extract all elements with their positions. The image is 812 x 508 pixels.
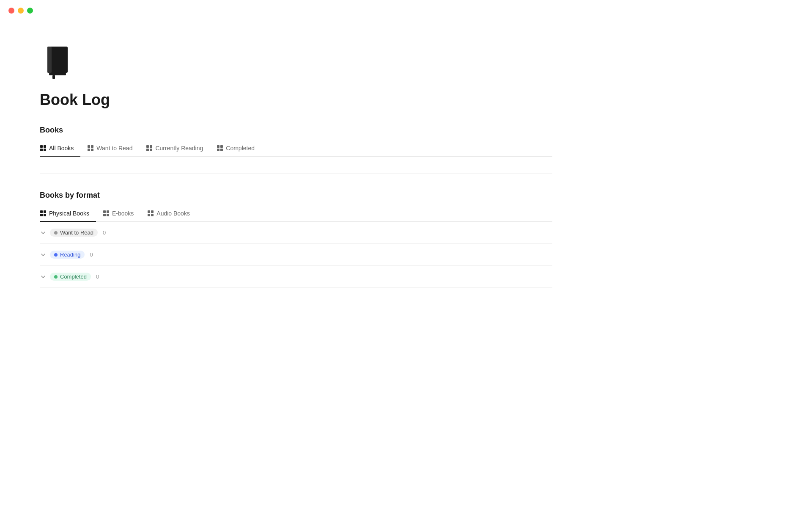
svg-rect-4	[52, 75, 55, 79]
svg-rect-17	[217, 145, 219, 148]
svg-rect-27	[103, 214, 106, 216]
svg-rect-16	[150, 149, 152, 151]
status-badge-reading: Reading	[50, 251, 85, 259]
books-tabs: All Books Want to Read Currently	[40, 141, 552, 157]
status-badge-completed: Completed	[50, 273, 91, 281]
svg-rect-18	[220, 145, 223, 148]
minimize-button[interactable]	[18, 8, 24, 14]
svg-rect-7	[40, 149, 43, 151]
grid-icon	[103, 210, 110, 217]
svg-rect-31	[148, 214, 150, 216]
status-dot-completed	[54, 275, 58, 279]
svg-rect-32	[151, 214, 154, 216]
grid-icon	[147, 210, 154, 217]
svg-rect-13	[146, 145, 149, 148]
svg-rect-24	[44, 214, 46, 216]
page-icon	[40, 42, 552, 82]
svg-rect-15	[146, 149, 149, 151]
group-count-completed: 0	[96, 273, 99, 280]
group-row-want-to-read[interactable]: Want to Read 0	[40, 222, 552, 244]
status-dot-want-to-read	[54, 231, 58, 235]
close-button[interactable]	[8, 8, 14, 14]
tab-audio-books[interactable]: Audio Books	[147, 207, 197, 222]
page-title: Book Log	[40, 91, 552, 109]
format-tabs: Physical Books E-books Audio Boo	[40, 207, 552, 222]
tab-want-to-read[interactable]: Want to Read	[87, 141, 139, 157]
svg-rect-6	[44, 145, 46, 148]
tab-ebooks[interactable]: E-books	[103, 207, 140, 222]
group-count-reading: 0	[90, 251, 93, 258]
svg-rect-14	[150, 145, 152, 148]
grid-icon	[146, 145, 153, 152]
group-count-want-to-read: 0	[103, 229, 106, 236]
grid-icon	[40, 145, 47, 152]
grid-icon	[87, 145, 94, 152]
svg-rect-29	[148, 210, 150, 213]
books-section-heading: Books	[40, 126, 552, 135]
svg-rect-28	[107, 214, 109, 216]
svg-rect-1	[47, 47, 52, 73]
svg-rect-9	[88, 145, 90, 148]
svg-rect-2	[63, 48, 66, 71]
group-row-completed[interactable]: Completed 0	[40, 266, 552, 288]
svg-rect-12	[91, 149, 93, 151]
main-content: Book Log Books All Books	[0, 0, 592, 313]
chevron-down-icon	[40, 251, 47, 258]
svg-rect-11	[88, 149, 90, 151]
status-dot-reading	[54, 253, 58, 257]
svg-rect-23	[40, 214, 43, 216]
tab-currently-reading[interactable]: Currently Reading	[146, 141, 210, 157]
tab-all-books[interactable]: All Books	[40, 141, 80, 157]
books-section: Books All Books Want to Read	[40, 126, 552, 157]
svg-rect-10	[91, 145, 93, 148]
svg-rect-8	[44, 149, 46, 151]
section-divider	[40, 174, 552, 174]
svg-rect-25	[103, 210, 106, 213]
maximize-button[interactable]	[27, 8, 33, 14]
grid-icon	[40, 210, 47, 217]
format-section: Books by format Physical Books	[40, 191, 552, 288]
tab-physical-books[interactable]: Physical Books	[40, 207, 96, 222]
svg-rect-22	[44, 210, 46, 213]
status-badge-want-to-read: Want to Read	[50, 229, 98, 237]
format-section-heading: Books by format	[40, 191, 552, 200]
svg-rect-21	[40, 210, 43, 213]
svg-rect-20	[220, 149, 223, 151]
svg-rect-5	[40, 145, 43, 148]
grid-icon	[217, 145, 223, 152]
book-icon	[40, 42, 78, 80]
tab-completed[interactable]: Completed	[217, 141, 261, 157]
svg-rect-19	[217, 149, 219, 151]
svg-rect-3	[49, 73, 66, 75]
chevron-down-icon	[40, 273, 47, 280]
chevron-down-icon	[40, 229, 47, 236]
group-row-reading[interactable]: Reading 0	[40, 244, 552, 266]
window-controls	[8, 8, 33, 14]
svg-rect-30	[151, 210, 154, 213]
svg-rect-26	[107, 210, 109, 213]
